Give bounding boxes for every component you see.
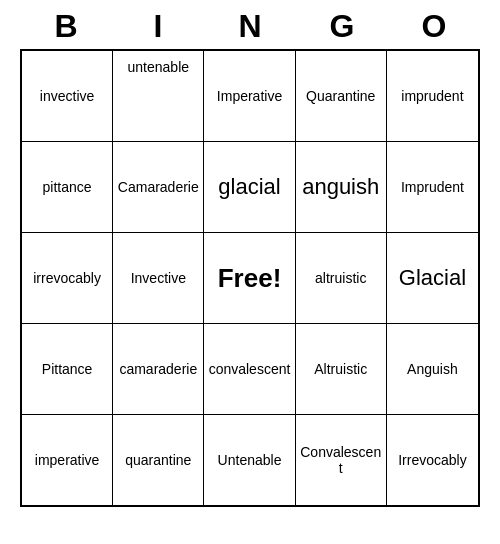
bingo-cell-r4-c4: Irrevocably	[387, 415, 478, 505]
bingo-cell-r3-c3: Altruistic	[296, 324, 387, 414]
bingo-cell-r3-c4: Anguish	[387, 324, 478, 414]
header-letter-g: G	[301, 8, 383, 45]
bingo-cell-r2-c0: irrevocably	[22, 233, 113, 323]
bingo-grid: invectiveuntenableImperativeQuarantineim…	[20, 49, 480, 507]
bingo-cell-r2-c1: Invective	[113, 233, 204, 323]
bingo-cell-r2-c2: Free!	[204, 233, 295, 323]
bingo-cell-r0-c2: Imperative	[204, 51, 295, 141]
header-letter-n: N	[209, 8, 291, 45]
header-letter-i: I	[117, 8, 199, 45]
bingo-cell-r1-c4: Imprudent	[387, 142, 478, 232]
bingo-cell-r2-c4: Glacial	[387, 233, 478, 323]
bingo-cell-r3-c1: camaraderie	[113, 324, 204, 414]
bingo-cell-r4-c1: quarantine	[113, 415, 204, 505]
bingo-cell-r3-c0: Pittance	[22, 324, 113, 414]
bingo-row-4: imperativequarantineUntenableConvalescen…	[22, 415, 478, 505]
bingo-cell-r0-c3: Quarantine	[296, 51, 387, 141]
bingo-header: BINGO	[20, 0, 480, 49]
bingo-cell-r4-c3: Convalescent	[296, 415, 387, 505]
bingo-cell-r1-c2: glacial	[204, 142, 295, 232]
bingo-cell-r4-c2: Untenable	[204, 415, 295, 505]
bingo-cell-r1-c3: anguish	[296, 142, 387, 232]
bingo-cell-r4-c0: imperative	[22, 415, 113, 505]
bingo-row-0: invectiveuntenableImperativeQuarantineim…	[22, 51, 478, 142]
bingo-row-1: pittanceCamaraderieglacialanguishImprude…	[22, 142, 478, 233]
header-letter-b: B	[25, 8, 107, 45]
bingo-cell-r0-c4: imprudent	[387, 51, 478, 141]
header-letter-o: O	[393, 8, 475, 45]
bingo-cell-r3-c2: convalescent	[204, 324, 295, 414]
bingo-cell-r1-c0: pittance	[22, 142, 113, 232]
bingo-cell-r0-c1: untenable	[113, 51, 204, 141]
bingo-row-2: irrevocablyInvectiveFree!altruisticGlaci…	[22, 233, 478, 324]
bingo-cell-r1-c1: Camaraderie	[113, 142, 204, 232]
bingo-cell-r0-c0: invective	[22, 51, 113, 141]
bingo-cell-r2-c3: altruistic	[296, 233, 387, 323]
bingo-row-3: PittancecamaraderieconvalescentAltruisti…	[22, 324, 478, 415]
